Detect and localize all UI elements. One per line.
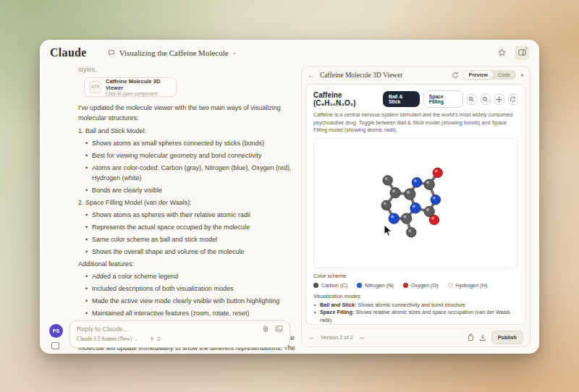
preview-code-toggle: Preview Code	[463, 70, 516, 80]
back-icon[interactable]: ←	[308, 71, 315, 79]
version-label: Version 2 of 2	[321, 334, 353, 341]
space-filling-button[interactable]: Space Filling	[423, 90, 463, 108]
artifact-card[interactable]: </> Caffeine Molecule 3D Viewer Click to…	[84, 77, 177, 97]
hydrogen-dot	[448, 283, 453, 288]
reply-composer[interactable]: Reply to Claude... Claude 3.5 Sonnet (Ne…	[69, 320, 290, 348]
molecule-canvas	[314, 139, 517, 268]
list-item: Made the active view mode clearly visibl…	[85, 296, 295, 306]
screenshot-icon[interactable]	[51, 342, 59, 349]
artifact-panel-footer: ← Version 2 of 2 → Publish	[302, 328, 530, 346]
legend-item-oxygen: Oxygen (O)	[403, 282, 439, 289]
download-icon[interactable]	[479, 333, 486, 341]
badge-dot: ˄	[525, 46, 528, 51]
list-item: Added a color scheme legend	[85, 271, 295, 281]
mode-name: Space Filling:	[320, 309, 354, 315]
reset-rotate-button[interactable]	[508, 94, 518, 105]
tab-code[interactable]: Code	[493, 71, 515, 79]
molecule-viewer[interactable]	[313, 138, 518, 268]
section2-list: Shows atoms as spheres with their relati…	[85, 210, 295, 257]
list-item: Bonds are clearly visible	[85, 185, 295, 195]
message-intro: I've updated the molecule viewer with th…	[78, 103, 295, 123]
image-icon[interactable]	[275, 325, 283, 333]
legend-label: Hydrogen (H)	[456, 282, 488, 289]
version-next-icon[interactable]: →	[359, 333, 365, 341]
chevron-down-icon: ⌄	[232, 49, 237, 56]
assistant-message: I've updated the molecule viewer with th…	[69, 103, 295, 353]
legend-title: Color scheme:	[313, 273, 518, 279]
modes-title: Visualization modes:	[313, 293, 518, 299]
usage-indicator[interactable]: 2	[149, 336, 160, 342]
artifact-panel-header: ← Caffeine Molecule 3D Viewer Preview Co…	[302, 67, 530, 83]
attach-icon[interactable]	[262, 325, 269, 333]
carbon-dot	[313, 283, 318, 288]
list-item: Maintained all interactive features (zoo…	[85, 308, 295, 318]
nitrogen-dot	[357, 283, 362, 288]
legend-item-carbon: Carbon (C)	[313, 282, 347, 289]
cursor-icon	[384, 224, 394, 237]
artifact-panel-title: Caffeine Molecule 3D Viewer	[320, 72, 402, 79]
artifact-card-title: Caffeine Molecule 3D Viewer	[106, 78, 172, 91]
additional-title: Additional features:	[78, 259, 295, 269]
list-item: Best for viewing molecular geometry and …	[85, 150, 295, 161]
copy-icon[interactable]	[467, 333, 474, 341]
list-item: Represents the actual space occupied by …	[85, 222, 295, 232]
chevron-down-icon: ⌄	[134, 336, 138, 341]
mode-name: Ball and Stick:	[320, 302, 356, 308]
tab-preview[interactable]: Preview	[464, 71, 493, 79]
chat-title: Visualizing the Caffeine Molecule	[119, 48, 229, 57]
artifact-content: Caffeine (C₈H₁₀N₄O₂) Ball & Stick Space …	[305, 84, 526, 325]
publish-button[interactable]: Publish	[491, 331, 523, 344]
section1-title: 1. Ball and Stick Model:	[78, 126, 295, 136]
chat-column: styles. </> Caffeine Molecule 3D Viewer …	[69, 64, 295, 353]
star-icon[interactable]	[494, 46, 509, 60]
chat-title-menu[interactable]: Visualizing the Caffeine Molecule ⌄	[107, 48, 237, 57]
app-header: Claude Visualizing the Caffeine Molecule…	[41, 41, 538, 64]
mode-desc: Shows atomic connectivity and bond struc…	[356, 302, 465, 308]
zoom-in-button[interactable]	[467, 94, 477, 105]
version-prev-icon[interactable]: ←	[308, 333, 315, 341]
legend-item-nitrogen: Nitrogen (N)	[357, 282, 394, 289]
avatar[interactable]: PS	[49, 324, 63, 338]
list-item: Shows the overall shape and volume of th…	[85, 247, 295, 257]
mode-space-filling: Space Filling: Shows relative atomic siz…	[313, 309, 518, 324]
molecule-title: Caffeine (C₈H₁₀N₄O₂)	[313, 91, 383, 107]
close-icon[interactable]: ×	[520, 72, 524, 79]
ball-stick-button[interactable]: Ball & Stick	[383, 91, 420, 107]
claude-logo: Claude	[50, 46, 87, 59]
molecule-description: Caffeine is a central nervous system sti…	[313, 111, 518, 135]
list-item: Shows atoms as spheres with their relati…	[85, 210, 295, 220]
modes-list: Ball and Stick: Shows atomic connectivit…	[313, 302, 518, 325]
sidebar-toggle-icon[interactable]: ˄	[515, 46, 529, 60]
legend-item-hydrogen: Hydrogen (H)	[448, 282, 488, 289]
legend-label: Carbon (C)	[321, 282, 347, 289]
mode-ball-stick: Ball and Stick: Shows atomic connectivit…	[313, 302, 518, 310]
zoom-out-button[interactable]	[481, 94, 491, 105]
model-selector[interactable]: Claude 3.5 Sonnet (New)	[77, 336, 132, 342]
previous-message-fragment: styles.	[78, 64, 295, 74]
list-item: Included descriptions of both visualizat…	[85, 284, 295, 294]
list-item: Same color scheme as ball and stick mode…	[85, 234, 295, 244]
reply-input[interactable]: Reply to Claude...	[77, 325, 129, 333]
legend-label: Nitrogen (N)	[365, 282, 394, 289]
artifact-card-subtitle: Click to open component	[106, 91, 172, 97]
list-item: Atoms are color-coded: Carbon (gray), Ni…	[85, 163, 295, 183]
legend-row: Carbon (C) Nitrogen (N) Oxygen (O) Hydro…	[313, 282, 518, 289]
list-item: Shows atoms as small spheres connected b…	[85, 138, 295, 148]
code-icon: </>	[89, 81, 101, 93]
section2-title: 2. Space Filling Model (van der Waals):	[78, 197, 295, 208]
legend-label: Oxygen (O)	[411, 282, 439, 289]
section1-list: Shows atoms as small spheres connected b…	[85, 138, 295, 195]
chat-bubble-icon	[107, 48, 116, 57]
oxygen-dot	[403, 283, 408, 288]
artifact-panel: ← Caffeine Molecule 3D Viewer Preview Co…	[301, 66, 531, 347]
usage-count: 2	[157, 336, 160, 341]
app-window: Claude Visualizing the Caffeine Molecule…	[40, 40, 539, 354]
refresh-icon[interactable]	[452, 72, 459, 79]
pan-button[interactable]	[494, 94, 504, 105]
